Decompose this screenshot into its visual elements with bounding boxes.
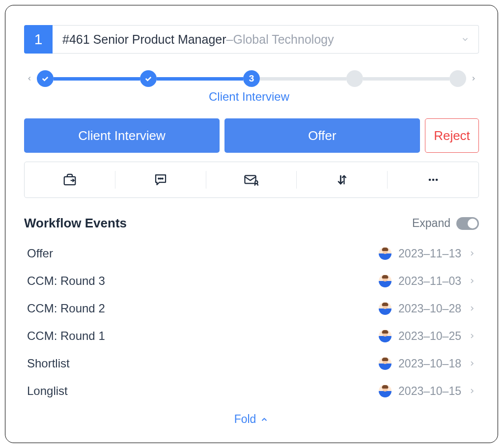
svg-point-1 — [158, 178, 159, 179]
event-meta: 2023–11–13 — [379, 247, 476, 260]
event-date: 2023–10–28 — [398, 302, 461, 315]
job-title-sep: – — [226, 32, 233, 47]
svg-rect-4 — [245, 175, 255, 183]
event-name: CCM: Round 2 — [27, 302, 105, 315]
step-line — [157, 77, 243, 81]
event-date: 2023–10–15 — [398, 385, 461, 398]
expand-label: Expand — [412, 217, 450, 230]
more-button[interactable] — [388, 162, 478, 197]
header: 1 #461 Senior Product Manager – Global T… — [24, 25, 479, 54]
step-line — [260, 77, 346, 81]
workflow-expand-group: Expand — [412, 217, 479, 230]
mail-button[interactable] — [206, 162, 297, 197]
chevron-right-icon — [468, 249, 476, 258]
event-row[interactable]: CCM: Round 1 2023–10–25 — [24, 322, 479, 350]
comment-button[interactable] — [115, 162, 206, 197]
expand-toggle[interactable] — [456, 217, 479, 230]
event-name: Shortlist — [27, 357, 70, 370]
action-bar: Client Interview Offer Reject — [24, 118, 479, 153]
job-title-main: #461 Senior Product Manager — [62, 32, 226, 47]
stepper-current-label: Client Interview — [19, 90, 479, 104]
event-name: Offer — [27, 247, 53, 260]
briefcase-button[interactable] — [25, 162, 115, 197]
avatar-icon — [379, 385, 391, 397]
header-index: 1 — [24, 25, 53, 54]
event-row[interactable]: Shortlist 2023–10–18 — [24, 350, 479, 377]
avatar-icon — [379, 357, 391, 370]
sort-button[interactable] — [297, 162, 388, 197]
stepper-track: 3 — [37, 70, 466, 87]
event-meta: 2023–11–03 — [379, 275, 476, 288]
svg-point-7 — [432, 179, 434, 181]
chevron-right-icon — [468, 386, 476, 396]
avatar-icon — [379, 302, 391, 315]
event-row[interactable]: CCM: Round 3 2023–11–03 — [24, 267, 479, 295]
step-dot-5[interactable] — [449, 70, 466, 87]
workflow-header: Workflow Events Expand — [24, 216, 479, 231]
chevron-right-icon — [468, 276, 476, 286]
event-name: CCM: Round 1 — [27, 329, 105, 343]
job-select[interactable]: #461 Senior Product Manager – Global Tec… — [53, 25, 479, 54]
fold-button[interactable]: Fold — [24, 413, 479, 426]
chevron-down-icon — [461, 35, 470, 44]
step-dot-4[interactable] — [346, 70, 363, 87]
stepper-next-button[interactable] — [468, 74, 479, 84]
more-icon — [426, 173, 440, 187]
event-row[interactable]: Offer 2023–11–13 — [24, 240, 479, 267]
event-meta: 2023–10–25 — [379, 330, 476, 343]
workflow-title: Workflow Events — [24, 216, 127, 231]
avatar-icon — [379, 330, 391, 342]
event-meta: 2023–10–28 — [379, 302, 476, 315]
step-dot-2[interactable] — [140, 70, 157, 87]
briefcase-icon — [62, 172, 77, 187]
svg-point-2 — [160, 178, 161, 179]
offer-button[interactable]: Offer — [224, 118, 420, 153]
reject-button[interactable]: Reject — [425, 118, 479, 153]
comment-icon — [153, 172, 168, 187]
event-date: 2023–11–13 — [398, 247, 461, 260]
chevron-right-icon — [468, 304, 476, 313]
chevron-right-icon — [468, 359, 476, 368]
toolbar — [24, 162, 479, 198]
event-date: 2023–10–25 — [398, 330, 461, 343]
event-row[interactable]: Longlist 2023–10–15 — [24, 377, 479, 405]
workflow-events-list: Offer 2023–11–13 CCM: Round 3 2023–11–03… — [24, 240, 479, 405]
stepper-prev-button[interactable] — [24, 74, 35, 84]
svg-point-8 — [435, 179, 438, 181]
chevron-right-icon — [468, 331, 476, 341]
event-date: 2023–10–18 — [398, 357, 461, 370]
mail-user-icon — [244, 172, 259, 187]
step-dot-1[interactable] — [37, 70, 54, 87]
event-name: CCM: Round 3 — [27, 274, 105, 288]
event-name: Longlist — [27, 384, 68, 398]
step-line — [363, 77, 449, 81]
job-title-sub: Global Technology — [233, 32, 334, 47]
svg-point-3 — [162, 178, 163, 179]
svg-point-6 — [428, 179, 431, 181]
event-date: 2023–11–03 — [398, 275, 461, 288]
avatar-icon — [379, 275, 391, 287]
candidate-card: 1 #461 Senior Product Manager – Global T… — [5, 5, 498, 443]
step-line — [54, 77, 140, 81]
fold-label: Fold — [234, 413, 256, 426]
chevron-up-icon — [260, 415, 269, 424]
event-meta: 2023–10–15 — [379, 385, 476, 398]
client-interview-button[interactable]: Client Interview — [24, 118, 220, 153]
svg-point-5 — [255, 181, 257, 183]
avatar-icon — [379, 247, 391, 260]
event-meta: 2023–10–18 — [379, 357, 476, 370]
sort-icon — [335, 173, 349, 187]
event-row[interactable]: CCM: Round 2 2023–10–28 — [24, 295, 479, 322]
stepper: 3 — [24, 70, 479, 87]
step-dot-3[interactable]: 3 — [243, 70, 260, 87]
